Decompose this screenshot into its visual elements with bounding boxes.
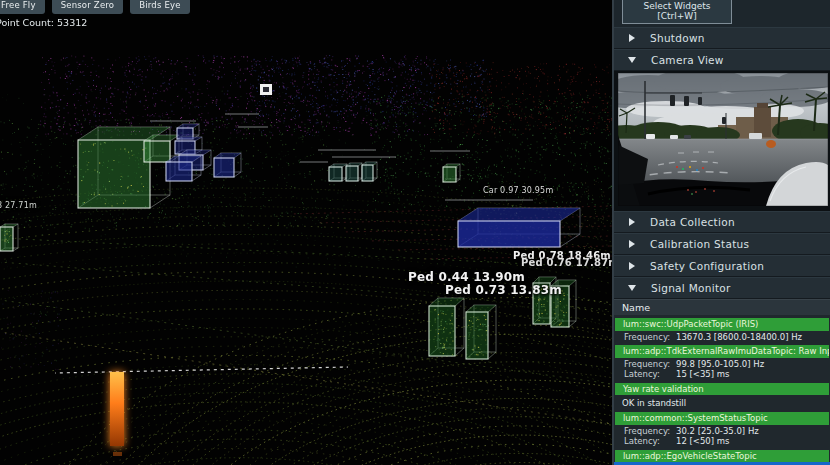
chevron-right-icon (629, 218, 635, 226)
metric-label: Frequency: (614, 332, 676, 343)
chevron-right-icon (629, 34, 635, 42)
dashcam-frame (618, 73, 828, 206)
section-label: Signal Monitor (651, 282, 731, 294)
viewport-toolbar: Free Fly Sensor Zero Birds Eye (0, 0, 190, 14)
metric-value: 99.8 [95.0-105.0] Hz (676, 359, 764, 370)
section-label: Calibration Status (650, 238, 749, 250)
metric-value: 30.2 [25.0-35.0] Hz (676, 426, 759, 437)
signal-row: lum::common::SystemStatusTopic Frequency… (614, 412, 830, 447)
section-signal-monitor[interactable]: Signal Monitor (614, 277, 830, 299)
chevron-down-icon (628, 285, 636, 291)
lidar-viewport: Free Fly Sensor Zero Birds Eye Point Cou… (0, 0, 612, 465)
section-data-collection[interactable]: Data Collection (614, 211, 830, 233)
signal-status-bar: lum::swc::UdpPacketTopic (IRIS) (615, 318, 829, 331)
detection-label-ped2: Ped 0.73 13.83m (445, 283, 562, 297)
section-label: Camera View (651, 54, 724, 66)
camera-view-panel (614, 71, 830, 211)
metric-value: 15 [<35] ms (676, 369, 730, 380)
metric-label: Frequency: (614, 359, 676, 370)
signal-status-bar: lum::adp::TdkExternalRawImuDataTopic: Ra… (615, 345, 829, 358)
signal-status-bar: Yaw rate validation (615, 383, 829, 396)
sensor-zero-button[interactable]: Sensor Zero (52, 0, 124, 14)
metric-value: 12 [<50] ms (676, 436, 730, 447)
section-calibration-status[interactable]: Calibration Status (614, 233, 830, 255)
section-shutdown[interactable]: Shutdown (614, 27, 830, 49)
perception-app-window: Free Fly Sensor Zero Birds Eye Point Cou… (0, 0, 830, 465)
section-label: Shutdown (650, 32, 705, 44)
signal-name-header: Name (614, 299, 830, 315)
select-widgets-button[interactable]: Select Widgets [Ctrl+W] (622, 0, 732, 24)
chevron-right-icon (629, 262, 635, 270)
camera-view-image (618, 73, 828, 206)
signal-row: lum::swc::UdpPacketTopic (IRIS) Frequenc… (614, 318, 830, 342)
signal-note: OK in standstill (614, 396, 830, 409)
section-camera-view[interactable]: Camera View (614, 49, 830, 71)
detection-label-ped1: Ped 0.44 13.90m (408, 270, 525, 284)
signal-row: Yaw rate validation OK in standstill (614, 383, 830, 410)
birds-eye-button[interactable]: Birds Eye (130, 0, 190, 14)
widget-sidebar: Select Widgets [Ctrl+W] Shutdown Camera … (612, 0, 830, 465)
detection-label-car: Car 0.97 30.95m (483, 186, 553, 195)
point-count-readout: Point Count: 53312 (0, 17, 87, 28)
point-cloud-canvas[interactable] (0, 0, 612, 465)
chevron-down-icon (628, 57, 636, 63)
detection-label-left-edge: 8 27.71m (0, 201, 37, 210)
signal-status-bar: lum::adp::EgoVehicleStateTopic (615, 450, 829, 463)
metric-value: 13670.3 [8600.0-18400.0] Hz (676, 332, 802, 343)
signal-monitor-list: lum::swc::UdpPacketTopic (IRIS) Frequenc… (614, 315, 830, 465)
free-fly-button[interactable]: Free Fly (0, 0, 45, 14)
detection-label-ped4: Ped 0.76 17.87m (521, 257, 612, 268)
section-label: Safety Configuration (650, 260, 764, 272)
section-label: Data Collection (650, 216, 735, 228)
signal-row: lum::adp::TdkExternalRawImuDataTopic: Ra… (614, 345, 830, 380)
signal-status-bar: lum::common::SystemStatusTopic (615, 412, 829, 425)
chevron-right-icon (629, 240, 635, 248)
metric-label: Latency: (614, 436, 676, 447)
metric-label: Latency: (614, 369, 676, 380)
metric-label: Frequency: (614, 426, 676, 437)
section-safety-configuration[interactable]: Safety Configuration (614, 255, 830, 277)
